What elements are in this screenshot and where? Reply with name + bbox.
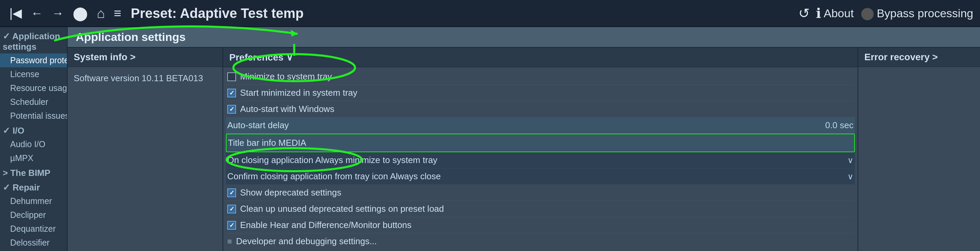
label-autostart-delay: Auto-start delay	[227, 120, 821, 130]
label-title-bar-info: Title bar info MEDIA	[228, 138, 853, 148]
info-icon: ℹ	[816, 5, 821, 21]
nav-back-button[interactable]: ←	[28, 5, 46, 22]
sidebar-item-declipper[interactable]: Declipper	[0, 208, 67, 222]
sidebar-item-dereverb[interactable]: DeReverb	[0, 249, 67, 251]
pref-title-bar-info[interactable]: Title bar info MEDIA	[226, 133, 855, 152]
preferences-header[interactable]: Preferences ∨	[223, 48, 858, 67]
pref-start-minimized: Start minimized in system tray	[226, 85, 855, 101]
pref-on-closing: On closing application Always minimize t…	[226, 152, 855, 168]
sidebar-item-dehummer[interactable]: Dehummer	[0, 194, 67, 208]
version-info: Software version 10.11 BETA013	[74, 72, 216, 85]
sidebar-item-audio-io[interactable]: Audio I/O	[0, 137, 67, 151]
main-layout: ✓ Application settings Password protecti…	[0, 27, 980, 251]
bypass-label: Bypass processing	[877, 7, 973, 20]
sidebar-item-license[interactable]: License	[0, 67, 67, 81]
dropdown-arrow-confirm[interactable]: ∨	[848, 172, 854, 181]
pref-show-deprecated: Show deprecated settings	[226, 185, 855, 201]
pref-autostart-delay: Auto-start delay 0.0 sec	[226, 118, 855, 133]
label-developer-debugging: Developer and debugging settings...	[236, 236, 854, 246]
nav-forward-button[interactable]: →	[49, 5, 67, 22]
pref-developer-debugging[interactable]: ≡ Developer and debugging settings...	[226, 234, 855, 249]
about-button[interactable]: ℹ About	[816, 5, 854, 21]
preset-title: Preset: Adaptive Test temp	[131, 6, 792, 21]
pref-autostart-windows: Auto-start with Windows	[226, 101, 855, 118]
checkbox-minimize-tray[interactable]	[227, 72, 236, 81]
home-icon: ⌂	[97, 6, 105, 21]
list-icon: ≡	[227, 237, 232, 246]
label-autostart-windows: Auto-start with Windows	[240, 104, 854, 114]
checkbox-show-deprecated[interactable]	[227, 188, 236, 197]
dropdown-arrow-closing[interactable]: ∨	[848, 156, 854, 165]
content-area: Application settings System info > Softw…	[68, 27, 980, 251]
sidebar: ✓ Application settings Password protecti…	[0, 27, 68, 251]
dashboard-button[interactable]: ⬤	[70, 4, 91, 22]
checkbox-autostart-windows[interactable]	[227, 105, 236, 114]
label-confirm-closing: Confirm closing application from tray ic…	[227, 171, 843, 182]
toolbar-right: ℹ About ⬤ Bypass processing	[816, 5, 973, 21]
checkbox-hear-difference[interactable]	[227, 221, 236, 230]
checkbox-cleanup-deprecated[interactable]	[227, 205, 236, 213]
undo-button[interactable]: ↺	[796, 4, 813, 22]
checkbox-start-minimized[interactable]	[227, 89, 236, 97]
sidebar-section-application-settings[interactable]: ✓ Application settings	[0, 29, 67, 54]
about-label: About	[824, 7, 854, 20]
panels-row: System info > Software version 10.11 BET…	[68, 48, 980, 251]
label-minimize-tray: Minimize to system tray	[240, 71, 854, 82]
value-autostart-delay: 0.0 sec	[825, 120, 854, 130]
error-recovery-header[interactable]: Error recovery >	[858, 48, 980, 67]
sidebar-item-password-protection[interactable]: Password protection	[0, 54, 67, 67]
preset-menu-button[interactable]: ≡	[111, 5, 124, 22]
bypass-icon: ⬤	[861, 6, 874, 20]
sidebar-section-io[interactable]: ✓ I/O	[0, 123, 67, 137]
pref-confirm-closing: Confirm closing application from tray ic…	[226, 168, 855, 185]
sidebar-section-repair[interactable]: ✓ Repair	[0, 180, 67, 194]
preset-list-icon: ≡	[114, 6, 121, 21]
toolbar: |◀ ← → ⬤ ⌂ ≡ Preset: Adaptive Test temp …	[0, 0, 980, 27]
bypass-button[interactable]: ⬤ Bypass processing	[861, 6, 973, 20]
label-hear-difference: Enable Hear and Difference/Monitor butto…	[240, 220, 854, 230]
label-cleanup-deprecated: Clean up unused deprecated settings on p…	[240, 203, 854, 214]
sidebar-item-dequantizer[interactable]: Dequantizer	[0, 222, 67, 236]
system-info-header[interactable]: System info >	[68, 48, 223, 67]
dashboard-icon: ⬤	[73, 5, 88, 21]
pref-cleanup-deprecated: Clean up unused deprecated settings on p…	[226, 201, 855, 217]
label-start-minimized: Start minimized in system tray	[240, 87, 854, 98]
sidebar-item-delossifier[interactable]: Delossifier	[0, 236, 67, 249]
preferences-content: Minimize to system tray Start minimized …	[223, 67, 858, 251]
pref-hear-difference: Enable Hear and Difference/Monitor butto…	[226, 217, 855, 234]
sidebar-item-resource-usage[interactable]: Resource usage	[0, 81, 67, 95]
sidebar-item-scheduler[interactable]: Scheduler	[0, 95, 67, 109]
error-recovery-content	[858, 67, 980, 251]
panel-error-recovery: Error recovery >	[858, 48, 980, 251]
panel-preferences: Preferences ∨ Minimize to system tray St…	[223, 48, 858, 251]
pref-minimize-to-tray: Minimize to system tray	[226, 69, 855, 85]
sidebar-section-the-bimp[interactable]: > The BIMP	[0, 165, 67, 180]
page-title: Application settings	[68, 27, 980, 48]
label-show-deprecated: Show deprecated settings	[240, 187, 854, 198]
system-info-content: Software version 10.11 BETA013	[68, 67, 223, 251]
nav-first-button[interactable]: |◀	[7, 5, 25, 22]
sidebar-item-potential-issues[interactable]: Potential issues	[0, 109, 67, 123]
panel-system-info: System info > Software version 10.11 BET…	[68, 48, 223, 251]
label-on-closing: On closing application Always minimize t…	[227, 155, 843, 165]
home-button[interactable]: ⌂	[94, 5, 108, 22]
sidebar-item-umpx[interactable]: µMPX	[0, 151, 67, 165]
